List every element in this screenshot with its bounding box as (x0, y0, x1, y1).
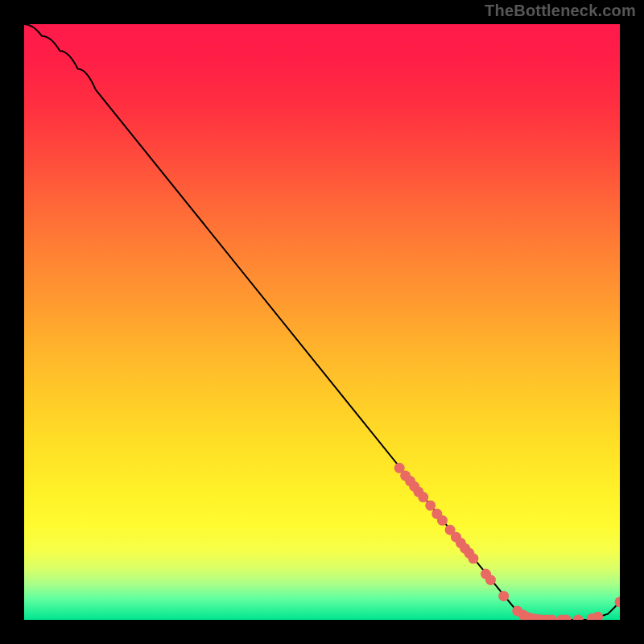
data-marker (498, 591, 509, 601)
plot-svg (24, 24, 620, 620)
gradient-background (24, 24, 620, 620)
data-marker (468, 553, 478, 564)
attribution-label: TheBottleneck.com (485, 2, 636, 20)
chart-stage: TheBottleneck.com (0, 0, 644, 644)
data-marker (485, 575, 496, 585)
data-marker (425, 500, 436, 510)
plot-area (24, 24, 620, 620)
data-marker (437, 515, 448, 526)
data-marker (418, 492, 428, 502)
